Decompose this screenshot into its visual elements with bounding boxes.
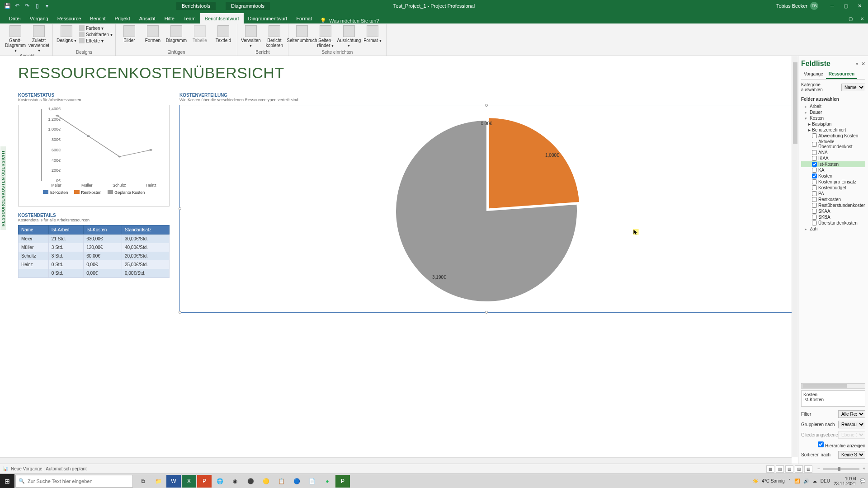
spotify-icon[interactable]: ●	[320, 475, 335, 488]
copy-report-button[interactable]: Bericht kopieren	[264, 25, 285, 48]
tree-leaf[interactable]: Restkosten	[801, 197, 865, 202]
tree-leaf[interactable]: Aktuelle Überstundenkost	[801, 139, 865, 150]
tree-leaf[interactable]: ANA	[801, 150, 865, 155]
chrome-icon[interactable]: ◉	[228, 475, 242, 488]
redo-icon[interactable]: ↷	[24, 2, 31, 9]
gantt-chart-button[interactable]: Gantt-Diagramm ▾	[5, 25, 26, 53]
tree-leaf[interactable]: IKAA	[801, 155, 865, 161]
powerpoint-icon[interactable]: P	[197, 475, 212, 488]
tree-node-zahl[interactable]: ▸Zahl	[801, 226, 865, 232]
tree-leaf[interactable]: Kosten pro Einsatz	[801, 179, 865, 185]
tab-diagrammentwurf[interactable]: Diagrammentwurf	[244, 13, 292, 23]
shapes-button[interactable]: Formen	[142, 25, 164, 43]
tray-clock[interactable]: 10:04 23.11.2021	[834, 476, 856, 486]
fonts-button[interactable]: Schriftarten ▾	[79, 32, 113, 37]
tab-datei[interactable]: Datei	[5, 13, 25, 23]
group-select[interactable]: Ressour…	[838, 421, 865, 428]
tray-lang[interactable]: DEU	[821, 479, 830, 483]
ribbon-close-icon[interactable]: ✕	[856, 14, 868, 23]
project-icon[interactable]: P	[335, 475, 350, 488]
table-row[interactable]: Meier21 Std.630,00€30,00€/Std.	[19, 235, 170, 244]
zoom-in-button[interactable]: +	[863, 466, 865, 471]
view-button-3[interactable]: ▥	[785, 465, 793, 473]
explorer-icon[interactable]: 📁	[151, 475, 165, 488]
fieldlist-dropdown-icon[interactable]: ▾	[856, 61, 859, 67]
edge2-icon[interactable]: 🔵	[289, 475, 304, 488]
manage-button[interactable]: Verwalten ▾	[240, 25, 262, 48]
details-table[interactable]: NameIst-ArbeitIst-KostenStandardsatzMeie…	[18, 225, 170, 278]
excel-icon[interactable]: X	[182, 475, 196, 488]
kategorie-select[interactable]: Name	[841, 84, 865, 91]
maximize-icon[interactable]: ▢	[839, 1, 853, 11]
table-row[interactable]: Müller3 Std.120,00€40,00€/Std.	[19, 243, 170, 252]
orientation-button[interactable]: Ausrichtung ▾	[338, 25, 360, 48]
save-icon[interactable]: 💾	[4, 2, 11, 9]
app-icon-1[interactable]: 🟡	[259, 475, 273, 488]
format-button[interactable]: Format ▾	[362, 25, 383, 43]
fieldlist-tab-ressourcen[interactable]: Ressourcen	[826, 70, 857, 79]
edge-icon[interactable]: 🌐	[212, 475, 227, 488]
start-button[interactable]: ⊞	[0, 474, 14, 488]
zoom-out-button[interactable]: −	[817, 466, 820, 471]
tab-projekt[interactable]: Projekt	[110, 13, 135, 23]
taskbar-search-input[interactable]	[28, 479, 130, 484]
table-row[interactable]: Schultz3 Std.60,00€20,00€/Std.	[19, 252, 170, 260]
undo-icon[interactable]: ↶	[14, 2, 21, 9]
tree-leaf[interactable]: SKAA	[801, 208, 865, 214]
table-button[interactable]: Tabelle	[189, 25, 211, 43]
colors-button[interactable]: Farben ▾	[79, 25, 113, 31]
tree-leaf[interactable]: Restüberstundenkosten	[801, 202, 865, 208]
contextual-tab-reports[interactable]: Berichtstools	[176, 2, 216, 10]
tree-leaf[interactable]: Ist-Kosten	[801, 161, 865, 167]
tree-node[interactable]: ▸Dauer	[801, 109, 865, 115]
minimize-icon[interactable]: ─	[826, 1, 839, 11]
tab-vorgang[interactable]: Vorgang	[25, 13, 53, 23]
weather-text[interactable]: 4°C Sonnig	[762, 479, 785, 483]
tree-node[interactable]: ▸Arbeit	[801, 103, 865, 109]
app-icon-2[interactable]: 📋	[274, 475, 288, 488]
obs-icon[interactable]: ⚫	[243, 475, 258, 488]
report-side-tab[interactable]: RESSOURCENKOSTEN ÜBERSICHT	[0, 146, 6, 230]
tray-chevron-icon[interactable]: ˄	[788, 479, 791, 483]
horizontal-scrollbar[interactable]	[0, 457, 792, 464]
textbox-button[interactable]: Textfeld	[212, 25, 234, 43]
effects-button[interactable]: Effekte ▾	[79, 38, 113, 43]
user-avatar[interactable]: TB	[810, 2, 818, 10]
chart-button[interactable]: Diagramm	[165, 25, 187, 43]
notepad-icon[interactable]: 📄	[305, 475, 319, 488]
view-button-5[interactable]: ▨	[804, 465, 812, 473]
view-button-2[interactable]: ▤	[776, 465, 784, 473]
table-row[interactable]: 0 Std.0,00€0,00€/Std.	[19, 269, 170, 278]
pie-chart[interactable]: 0.00€1,000€3,190€ + 🖌	[179, 105, 793, 313]
tray-volume-icon[interactable]: 🔊	[803, 479, 809, 483]
tree-subnode[interactable]: ▸Basisplan	[801, 121, 865, 127]
filter-select[interactable]: Alle Res…	[838, 410, 865, 418]
hierarchy-checkbox[interactable]: Hierarchie anzeigen	[818, 441, 865, 448]
view-button-1[interactable]: ▦	[766, 465, 774, 473]
tree-leaf[interactable]: Kosten	[801, 173, 865, 179]
contextual-tab-charts[interactable]: Diagrammtools	[226, 2, 270, 10]
tab-team[interactable]: Team	[179, 13, 200, 23]
user-name[interactable]: Tobias Becker	[776, 3, 807, 9]
word-icon[interactable]: W	[166, 475, 181, 488]
zoom-slider[interactable]	[823, 468, 859, 470]
ribbon-minimize-icon[interactable]: ▢	[844, 14, 856, 23]
tray-wifi-icon[interactable]: 📶	[794, 479, 800, 483]
tree-subnode[interactable]: ▸Benutzerdefiniert	[801, 127, 865, 133]
tab-ressource[interactable]: Ressource	[53, 13, 86, 23]
tab-format[interactable]: Format	[292, 13, 316, 23]
tray-onedrive-icon[interactable]: ☁	[812, 479, 817, 483]
qat-more-icon[interactable]: ▾	[43, 2, 51, 9]
vertical-scrollbar[interactable]	[792, 56, 798, 457]
tree-leaf[interactable]: Abweichung Kosten	[801, 133, 865, 139]
tree-leaf[interactable]: Überstundenkosten	[801, 220, 865, 226]
touch-icon[interactable]: ▯	[33, 2, 41, 9]
pagebreak-button[interactable]: Seitenumbruch	[291, 25, 313, 43]
tab-bericht[interactable]: Bericht	[85, 13, 110, 23]
tree-leaf[interactable]: PA	[801, 191, 865, 197]
view-button-4[interactable]: ▧	[795, 465, 803, 473]
tree-leaf[interactable]: KA	[801, 167, 865, 173]
sort-select[interactable]: Keine S…	[838, 451, 865, 459]
field-tree[interactable]: ▸Arbeit▸Dauer▾Kosten▸Basisplan▸Benutzerd…	[801, 103, 865, 382]
tray-notifications-icon[interactable]: 💬	[860, 479, 865, 483]
